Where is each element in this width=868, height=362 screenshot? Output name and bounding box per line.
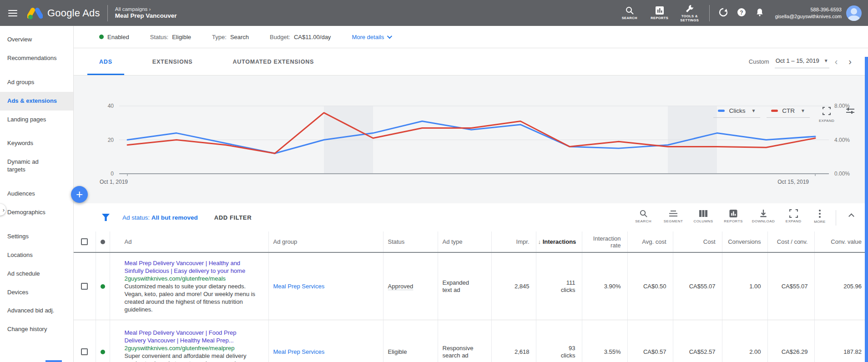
sidebar-item-keywords[interactable]: Keywords (0, 134, 73, 153)
svg-text:Oct 15, 2019: Oct 15, 2019 (777, 179, 809, 185)
expand-icon (789, 209, 798, 218)
segment-icon (669, 209, 678, 218)
column-header-interactions[interactable]: ↓ Interactions (536, 231, 582, 252)
menu-icon[interactable] (0, 8, 25, 18)
sidebar-item-locations[interactable]: Locations (0, 246, 73, 265)
date-prev-button[interactable]: ‹ (829, 56, 843, 67)
column-header-ad-group[interactable]: Ad group (268, 231, 383, 252)
ad-status-filter[interactable]: Ad status: All but removed (122, 214, 198, 221)
date-range-picker[interactable]: Oct 1 – 15, 2019 ▼ (775, 55, 829, 68)
interaction-rate-cell: 3.90% (582, 252, 627, 320)
segment-button[interactable]: SEGMENT (658, 209, 688, 223)
collapse-panel-button[interactable] (841, 209, 862, 220)
line-chart: 00.00%204.00%408.00%Oct 1, 2019Oct 15, 2… (74, 75, 868, 203)
ad-type-cell: Expanded text ad (438, 252, 491, 320)
reports-button[interactable]: REPORTS (718, 209, 748, 223)
account-phone: 588-396-6593 (775, 6, 842, 13)
tab-automated-extensions[interactable]: AUTOMATED EXTENSIONS (212, 48, 334, 75)
search-button[interactable]: SEARCH (616, 6, 644, 20)
enabled-dot-icon (101, 284, 105, 289)
sidebar-item-landing-pages[interactable]: Landing pages (0, 111, 73, 129)
sidebar-scrollbar[interactable] (45, 360, 62, 362)
campaign-title: Meal Prep Vancouver (115, 12, 177, 20)
add-filter-button[interactable]: ADD FILTER (214, 214, 252, 221)
row-checkbox[interactable] (81, 283, 88, 290)
sidebar-item-recommendations[interactable]: Recommendations (0, 49, 73, 68)
dropdown-caret-icon: ▼ (801, 108, 805, 113)
sidebar-item-dynamic-ad-targets[interactable]: Dynamic ad targets (0, 153, 59, 179)
download-button[interactable]: DOWNLOAD (748, 209, 778, 223)
search-icon (639, 209, 648, 218)
sidebar-item-demographics[interactable]: Demographics (0, 203, 73, 222)
table-header-row: Ad Ad group Status Ad type Impr. ↓ Inter… (74, 231, 868, 252)
ad-group-link[interactable]: Meal Prep Services (273, 283, 325, 290)
select-all-checkbox[interactable] (81, 238, 88, 245)
reports-icon (655, 6, 664, 15)
page-scrollbar[interactable] (865, 57, 868, 362)
campaign-budget: Budget: CA$11.00/day (270, 34, 331, 40)
row-checkbox[interactable] (81, 348, 88, 355)
ad-preview-cell: Meal Prep Delivery Vancouver | Healthy a… (110, 252, 268, 320)
ad-headline-link[interactable]: Meal Prep Delivery Vancouver | Food Prep… (125, 329, 259, 344)
column-header-impr[interactable]: Impr. (491, 231, 536, 252)
sidebar-item-ads-extensions[interactable]: Ads & extensions (0, 92, 73, 111)
sidebar-item-audiences[interactable]: Audiences (0, 185, 73, 203)
columns-button[interactable]: COLUMNS (688, 209, 718, 223)
sidebar-item-change-history[interactable]: Change history (0, 320, 73, 339)
impressions-cell: 2,618 (491, 320, 536, 362)
search-icon (625, 6, 634, 15)
breadcrumb-all-campaigns: All campaigns (115, 6, 148, 12)
account-avatar[interactable] (846, 5, 862, 21)
more-button[interactable]: MORE (808, 209, 831, 224)
table-search-button[interactable]: SEARCH (628, 209, 658, 223)
chart-settings-button[interactable] (843, 107, 857, 117)
more-details-button[interactable]: More details (352, 34, 391, 40)
sidebar-item-ad-groups[interactable]: Ad groups (0, 73, 73, 92)
filter-toolbar: Ad status: All but removed ADD FILTER SE… (74, 203, 868, 231)
status-value[interactable]: Approved (388, 283, 414, 290)
column-header-status[interactable]: Status (383, 231, 438, 252)
column-header-cost[interactable]: Cost (673, 231, 722, 252)
ad-headline-link[interactable]: Meal Prep Delivery Vancouver | Healthy a… (125, 259, 259, 275)
status-value[interactable]: Eligible (388, 348, 407, 355)
tab-extensions[interactable]: EXTENSIONS (132, 48, 213, 75)
sidebar-item-settings[interactable]: Settings (0, 227, 73, 246)
refresh-icon[interactable] (714, 7, 732, 19)
column-header-conversions[interactable]: Conversions (722, 231, 767, 252)
top-app-bar: Google Ads All campaigns › Meal Prep Van… (0, 0, 868, 26)
sort-descending-icon: ↓ (538, 238, 543, 245)
sidebar-item-ad-schedule[interactable]: Ad schedule (0, 265, 73, 283)
reports-icon (729, 209, 738, 218)
sidebar-item-advanced-bid-adj[interactable]: Advanced bid adj. (0, 302, 73, 320)
help-icon[interactable]: ? (732, 7, 751, 19)
conv-value-cell: 205.96 (814, 252, 868, 320)
conv-value-cell: 187.82 (814, 320, 868, 362)
column-header-interaction-rate[interactable]: Interaction rate (582, 231, 627, 252)
tools-settings-button[interactable]: TOOLS & SETTINGS (676, 4, 704, 22)
chart-expand-button[interactable]: EXPAND (820, 107, 833, 117)
product-name: Google Ads (47, 7, 100, 19)
svg-text:?: ? (740, 9, 743, 15)
ad-group-link[interactable]: Meal Prep Services (273, 348, 325, 355)
sidebar-item-overview[interactable]: Overview (0, 30, 73, 49)
column-header-ad[interactable]: Ad (110, 231, 268, 252)
add-ad-fab-button[interactable]: + (71, 186, 88, 203)
expand-table-button[interactable]: EXPAND (778, 209, 808, 223)
tab-ads[interactable]: ADS (79, 48, 132, 75)
metric-selector-ctr[interactable]: CTR ▼ (767, 106, 810, 118)
notifications-bell-icon[interactable] (751, 7, 769, 19)
reports-button[interactable]: REPORTS (646, 6, 674, 20)
column-header-ad-type[interactable]: Ad type (438, 231, 491, 252)
metric-selector-clicks[interactable]: Clicks ▼ (713, 106, 760, 118)
column-header-avg-cost[interactable]: Avg. cost (627, 231, 673, 252)
column-header-conv-value[interactable]: Conv. value (814, 231, 868, 252)
date-next-button[interactable]: › (843, 56, 857, 67)
campaign-enabled[interactable]: Enabled (99, 34, 129, 40)
sidebar-item-devices[interactable]: Devices (0, 283, 73, 302)
ad-preview-cell: Meal Prep Delivery Vancouver | Food Prep… (110, 320, 268, 362)
interactions-cell: 93clicks (536, 320, 582, 362)
ad-group-cell: Meal Prep Services (268, 252, 383, 320)
column-header-cost-per-conv[interactable]: Cost / conv. (767, 231, 814, 252)
topbar-divider-2 (709, 5, 710, 21)
google-ads-logo[interactable]: Google Ads (27, 6, 100, 20)
